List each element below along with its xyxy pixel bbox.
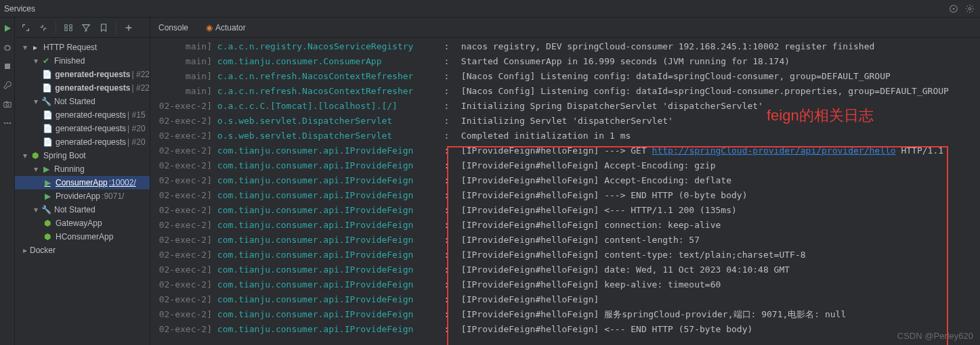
tree-hconsumerapp[interactable]: ⬢HConsumerApp bbox=[15, 230, 150, 244]
svg-rect-9 bbox=[6, 122, 8, 124]
bookmark-icon[interactable] bbox=[97, 21, 110, 34]
svg-rect-4 bbox=[5, 64, 10, 69]
gear-icon[interactable] bbox=[964, 3, 976, 15]
services-tree-panel: ▾▸HTTP Request ▾✔Finished 📄generated-req… bbox=[15, 18, 150, 345]
log-line: 02-exec-2] com.tianju.consumer.api.IProv… bbox=[154, 203, 980, 218]
log-line: main] c.a.c.n.refresh.NacosContextRefres… bbox=[154, 84, 980, 99]
tree-spring-boot[interactable]: ▾⬢Spring Boot bbox=[15, 149, 150, 162]
file-icon: 📄 bbox=[42, 123, 53, 134]
play-icon: ▶ bbox=[42, 191, 53, 202]
log-line: 02-exec-2] com.tianju.consumer.api.IProv… bbox=[154, 233, 980, 248]
http-icon: ▸ bbox=[30, 42, 41, 53]
svg-point-2 bbox=[968, 7, 971, 10]
console-panel: Console ◉Actuator main] c.a.c.n.registry… bbox=[150, 18, 980, 345]
log-line: 02-exec-2] com.tianju.consumer.api.IProv… bbox=[154, 307, 980, 322]
log-line: 02-exec-2] com.tianju.consumer.api.IProv… bbox=[154, 322, 980, 337]
svg-rect-13 bbox=[70, 24, 72, 27]
tab-actuator[interactable]: ◉Actuator bbox=[203, 19, 249, 37]
wrench-icon[interactable] bbox=[2, 80, 13, 91]
svg-rect-10 bbox=[9, 122, 11, 124]
tree-providerapp[interactable]: ▶ProviderApp :9071/ bbox=[15, 189, 150, 203]
watermark: CSDN @Perley620 bbox=[897, 331, 973, 341]
check-icon: ✔ bbox=[41, 55, 51, 66]
play-icon: ▶ bbox=[42, 177, 53, 188]
more-icon[interactable] bbox=[2, 118, 13, 129]
tree-gen2[interactable]: 📄generated-requests | #22 bbox=[15, 81, 150, 95]
console-output[interactable]: main] c.a.c.n.registry.NacosServiceRegis… bbox=[150, 38, 980, 345]
log-line: 02-exec-2] com.tianju.consumer.api.IProv… bbox=[154, 218, 980, 233]
spring-icon: ⬢ bbox=[42, 218, 53, 229]
file-icon: 📄 bbox=[42, 83, 52, 93]
log-line: 02-exec-2] o.s.web.servlet.DispatcherSer… bbox=[154, 129, 980, 143]
tree-consumerapp[interactable]: ▶ConsumerApp :10002/ bbox=[15, 176, 150, 189]
log-line: 02-exec-2] com.tianju.consumer.api.IProv… bbox=[154, 158, 980, 173]
tree-gatewayapp[interactable]: ⬢GatewayApp bbox=[15, 216, 150, 230]
svg-rect-7 bbox=[5, 101, 7, 103]
console-tabs: Console ◉Actuator bbox=[150, 18, 980, 38]
tree-gen3[interactable]: 📄generated-requests | #15 bbox=[15, 108, 150, 122]
left-gutter bbox=[0, 18, 15, 345]
tree-running[interactable]: ▾▶Running bbox=[15, 162, 150, 176]
log-line: main] c.a.c.n.registry.NacosServiceRegis… bbox=[154, 39, 980, 54]
log-line: 02-exec-2] com.tianju.consumer.api.IProv… bbox=[154, 188, 980, 203]
log-line: 02-exec-2] com.tianju.consumer.api.IProv… bbox=[154, 248, 980, 262]
tree-gen1[interactable]: 📄generated-requests | #22 bbox=[15, 68, 150, 81]
log-line: 02-exec-2] o.a.c.c.C.[Tomcat].[localhost… bbox=[154, 99, 980, 114]
svg-rect-8 bbox=[3, 122, 5, 124]
actuator-icon: ◉ bbox=[206, 23, 213, 32]
log-line: 02-exec-2] com.tianju.consumer.api.IProv… bbox=[154, 262, 980, 277]
play-icon: ▶ bbox=[41, 164, 51, 175]
tree-finished[interactable]: ▾✔Finished bbox=[15, 54, 150, 68]
file-icon: 📄 bbox=[42, 110, 53, 120]
tree-http-request[interactable]: ▾▸HTTP Request bbox=[15, 41, 150, 54]
services-tree[interactable]: ▾▸HTTP Request ▾✔Finished 📄generated-req… bbox=[15, 38, 150, 345]
camera-icon[interactable] bbox=[2, 99, 13, 110]
tree-gen4[interactable]: 📄generated-requests | #20 bbox=[15, 122, 150, 135]
file-icon: 📄 bbox=[42, 69, 52, 80]
log-line: 02-exec-2] com.tianju.consumer.api.IProv… bbox=[154, 277, 980, 292]
target-icon[interactable] bbox=[947, 3, 960, 15]
wrench-icon: 🔧 bbox=[41, 96, 51, 107]
add-icon[interactable] bbox=[122, 21, 135, 34]
window-title: Services bbox=[4, 4, 35, 14]
titlebar: Services bbox=[0, 0, 980, 18]
spring-icon: ⬢ bbox=[42, 231, 53, 242]
file-icon: 📄 bbox=[42, 137, 53, 147]
log-line: 02-exec-2] com.tianju.consumer.api.IProv… bbox=[154, 292, 980, 307]
log-line: 02-exec-2] com.tianju.consumer.api.IProv… bbox=[154, 173, 980, 188]
collapse-icon[interactable] bbox=[37, 21, 50, 34]
svg-point-1 bbox=[953, 7, 955, 9]
run-icon[interactable] bbox=[2, 23, 13, 34]
log-link[interactable]: http://springCloud-provider/api/provider… bbox=[652, 145, 896, 156]
log-line: main] com.tianju.consumer.ConsumerApp: S… bbox=[154, 54, 980, 69]
wrench-icon: 🔧 bbox=[41, 204, 51, 215]
svg-rect-11 bbox=[65, 24, 68, 27]
tab-console[interactable]: Console bbox=[156, 19, 191, 37]
log-line: main] c.a.c.n.refresh.NacosContextRefres… bbox=[154, 69, 980, 84]
expand-icon[interactable] bbox=[19, 21, 33, 34]
spring-icon: ⬢ bbox=[30, 150, 41, 161]
svg-rect-12 bbox=[65, 28, 68, 30]
tree-toolbar bbox=[15, 18, 150, 38]
tree-not-started-1[interactable]: ▾🔧Not Started bbox=[15, 95, 150, 108]
log-line: 02-exec-2] o.s.web.servlet.DispatcherSer… bbox=[154, 114, 980, 129]
group-icon[interactable] bbox=[62, 21, 75, 34]
tree-not-started-2[interactable]: ▾🔧Not Started bbox=[15, 203, 150, 216]
tree-docker[interactable]: ▸Docker bbox=[15, 244, 150, 257]
tree-gen5[interactable]: 📄generated-requests | #20 bbox=[15, 135, 150, 149]
filter-icon[interactable] bbox=[79, 21, 93, 34]
debug-icon[interactable] bbox=[2, 42, 13, 53]
log-line: 02-exec-2] com.tianju.consumer.api.IProv… bbox=[154, 143, 980, 158]
svg-point-6 bbox=[6, 104, 9, 106]
stop-icon[interactable] bbox=[2, 61, 13, 72]
svg-rect-14 bbox=[70, 28, 72, 30]
